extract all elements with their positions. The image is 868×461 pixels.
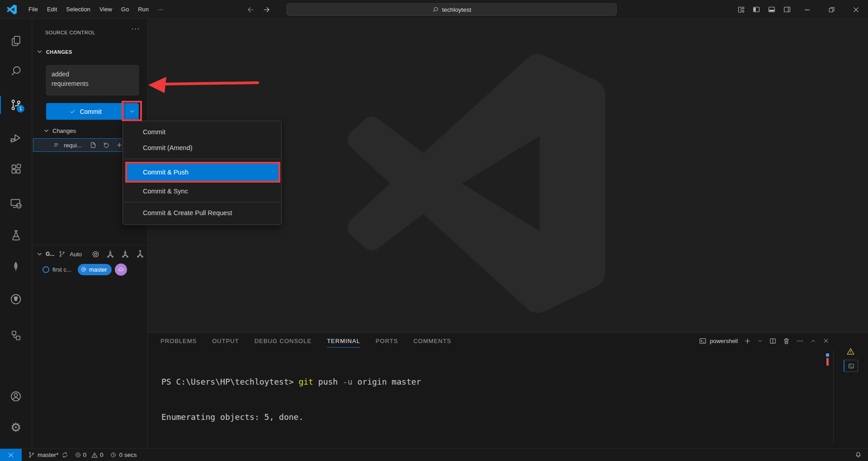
forward-arrow-icon[interactable] (262, 5, 271, 14)
graph-auto-label[interactable]: Auto (70, 251, 82, 258)
terminal-tab-item[interactable] (844, 360, 858, 372)
overview-ruler-mark-red (826, 358, 829, 366)
tab-debug-console[interactable]: DEBUG CONSOLE (255, 334, 311, 347)
open-file-icon[interactable] (90, 141, 97, 149)
testing-icon[interactable] (0, 224, 32, 246)
check-icon (69, 108, 76, 115)
file-icon (53, 142, 60, 149)
run-debug-icon[interactable] (0, 127, 32, 149)
chevron-down-icon (43, 128, 49, 134)
vscode-logo-icon (7, 5, 17, 14)
menu-file[interactable]: File (24, 4, 42, 15)
history-nav (246, 0, 271, 19)
toggle-secondary-sidebar-icon[interactable] (779, 0, 795, 19)
vscode-watermark-icon (343, 52, 605, 315)
target-icon[interactable] (91, 250, 100, 259)
terminal-command-line: PS C:\Users\HP\techloytest> git push -u … (161, 376, 460, 388)
changes-tree-header[interactable]: Changes (43, 127, 76, 134)
menu-separator (123, 202, 281, 202)
close-window-button[interactable] (844, 0, 868, 19)
menu-item-commit-amend[interactable]: Commit (Amend) (123, 140, 281, 156)
warning-icon (846, 347, 855, 356)
menu-more[interactable]: ··· (153, 4, 168, 15)
remote-explorer-icon[interactable] (0, 193, 32, 214)
menu-bar: File Edit Selection View Go Run ··· (24, 4, 168, 15)
branch-badge-label: master (89, 266, 107, 273)
minimize-button[interactable] (795, 0, 819, 19)
menu-separator (123, 159, 281, 159)
restore-button[interactable] (819, 0, 844, 19)
tab-output[interactable]: OUTPUT (212, 334, 239, 347)
panel-more-icon[interactable] (796, 337, 804, 345)
error-icon (75, 452, 81, 458)
terminal-output[interactable]: PS C:\Users\HP\techloytest> git push -u … (161, 353, 460, 461)
timer-label: 0 secs (119, 452, 137, 458)
history-clock-icon (110, 452, 117, 458)
github-icon[interactable] (0, 288, 32, 310)
menu-view[interactable]: View (95, 4, 117, 15)
stage-changes-icon[interactable] (116, 141, 123, 149)
menu-item-commit[interactable]: Commit (123, 124, 281, 140)
kill-terminal-icon[interactable] (783, 337, 790, 345)
maximize-panel-icon[interactable] (810, 338, 816, 344)
new-terminal-icon[interactable] (744, 337, 751, 345)
push-icon[interactable] (136, 249, 145, 259)
accounts-icon[interactable] (0, 386, 32, 407)
error-count: 0 (83, 452, 87, 458)
search-view-icon[interactable] (0, 60, 32, 82)
commit-button-label: Commit (80, 108, 101, 115)
customize-layout-icon[interactable] (733, 0, 749, 19)
split-terminal-icon[interactable] (769, 337, 777, 345)
search-value: techloytest (442, 6, 472, 13)
notifications-bell-icon[interactable] (854, 449, 862, 461)
references-hierarchy-icon[interactable] (0, 325, 32, 346)
explorer-icon[interactable] (0, 30, 32, 52)
activity-bar: 1 ⚙ (0, 19, 32, 448)
bottom-panel: PROBLEMS OUTPUT DEBUG CONSOLE TERMINAL P… (148, 332, 868, 448)
remote-indicator[interactable] (0, 449, 22, 461)
menu-item-commit-create-pr[interactable]: Commit & Create Pull Request (123, 205, 281, 221)
search-icon (432, 6, 439, 13)
commit-dot-icon (42, 266, 49, 273)
menu-item-commit-and-push[interactable]: Commit & Push (127, 164, 278, 181)
fetch-icon[interactable] (106, 249, 115, 259)
changes-section-header[interactable]: CHANGES (37, 49, 72, 55)
toggle-sidebar-icon[interactable] (749, 0, 764, 19)
graph-section-header[interactable]: G... Auto (37, 248, 82, 260)
cloud-badge-icon[interactable] (115, 263, 127, 276)
sync-icon[interactable] (61, 452, 68, 458)
menu-go[interactable]: Go (117, 4, 133, 15)
tab-comments[interactable]: COMMENTS (413, 334, 451, 347)
back-arrow-icon[interactable] (246, 5, 255, 14)
graph-commit-row[interactable]: first c... master (33, 263, 148, 276)
section-divider (33, 245, 148, 245)
settings-gear-icon[interactable]: ⚙ (0, 416, 32, 438)
pull-icon[interactable] (121, 249, 130, 259)
menu-selection[interactable]: Selection (61, 4, 94, 15)
sidebar-more-actions[interactable]: ··· (131, 24, 140, 33)
toggle-panel-icon[interactable] (764, 0, 779, 19)
menu-run[interactable]: Run (133, 4, 153, 15)
timer-status-item[interactable]: 0 secs (110, 452, 137, 458)
branch-status-item[interactable]: master* (28, 452, 68, 458)
shell-selector[interactable]: powershell (699, 337, 738, 345)
terminal-dropdown-icon[interactable] (757, 338, 763, 344)
tab-terminal[interactable]: TERMINAL (327, 334, 360, 348)
tab-problems[interactable]: PROBLEMS (160, 334, 197, 347)
source-control-icon[interactable]: 1 (0, 94, 32, 116)
commit-dropdown-menu: Commit Commit (Amend) Commit & Push Comm… (123, 121, 282, 225)
commit-message-input[interactable]: added requirements (46, 65, 139, 95)
source-control-sidebar: SOURCE CONTROL ··· CHANGES added require… (33, 19, 148, 448)
problems-status-item[interactable]: 0 0 (75, 452, 104, 459)
close-panel-icon[interactable] (822, 337, 830, 344)
branch-badge[interactable]: master (78, 264, 112, 275)
graph-commit-message: first c... (52, 266, 71, 273)
extensions-icon[interactable] (0, 158, 32, 179)
menu-item-commit-and-sync[interactable]: Commit & Sync (123, 183, 281, 199)
changes-tree-label: Changes (52, 127, 76, 134)
discard-changes-icon[interactable] (103, 141, 110, 149)
menu-edit[interactable]: Edit (42, 4, 61, 15)
command-center-search[interactable]: techloytest (287, 3, 617, 16)
tab-ports[interactable]: PORTS (376, 334, 398, 347)
mongodb-icon[interactable] (0, 256, 32, 278)
